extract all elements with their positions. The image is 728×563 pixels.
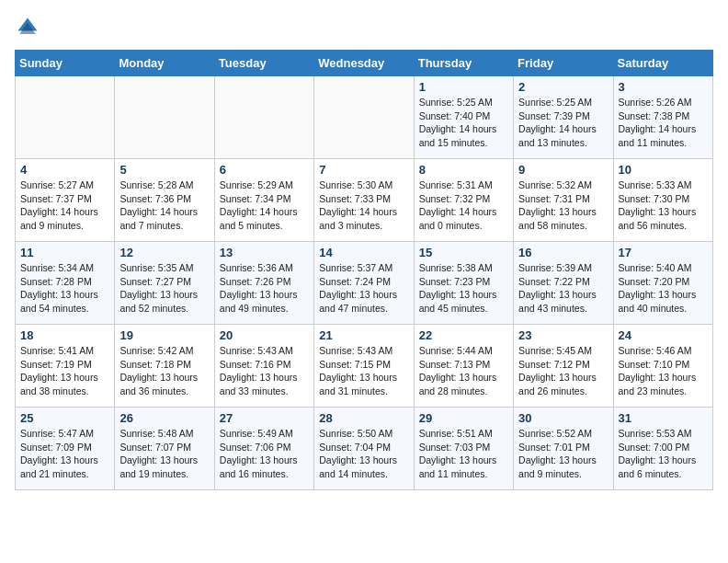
day-number: 12 bbox=[119, 246, 209, 259]
day-info: Sunrise: 5:43 AM Sunset: 7:16 PM Dayligh… bbox=[220, 344, 309, 398]
calendar-cell: 25Sunrise: 5:47 AM Sunset: 7:09 PM Dayli… bbox=[16, 408, 115, 490]
calendar-cell: 10Sunrise: 5:33 AM Sunset: 7:30 PM Dayli… bbox=[613, 159, 712, 242]
day-number: 29 bbox=[419, 411, 508, 425]
day-info: Sunrise: 5:44 AM Sunset: 7:13 PM Dayligh… bbox=[419, 344, 508, 398]
logo bbox=[15, 15, 44, 40]
calendar-cell: 16Sunrise: 5:39 AM Sunset: 7:22 PM Dayli… bbox=[514, 242, 613, 325]
calendar-cell: 3Sunrise: 5:26 AM Sunset: 7:38 PM Daylig… bbox=[613, 76, 712, 159]
calendar-cell: 5Sunrise: 5:28 AM Sunset: 7:36 PM Daylig… bbox=[115, 159, 214, 242]
calendar-cell: 4Sunrise: 5:27 AM Sunset: 7:37 PM Daylig… bbox=[16, 159, 115, 242]
calendar-cell bbox=[314, 76, 414, 159]
calendar-cell: 30Sunrise: 5:52 AM Sunset: 7:01 PM Dayli… bbox=[514, 408, 613, 490]
day-number: 2 bbox=[518, 80, 608, 94]
day-number: 3 bbox=[619, 80, 708, 94]
day-number: 4 bbox=[20, 163, 109, 177]
day-info: Sunrise: 5:26 AM Sunset: 7:38 PM Dayligh… bbox=[619, 96, 708, 150]
day-number: 8 bbox=[419, 163, 508, 177]
day-info: Sunrise: 5:29 AM Sunset: 7:34 PM Dayligh… bbox=[220, 178, 309, 233]
calendar-cell: 23Sunrise: 5:45 AM Sunset: 7:12 PM Dayli… bbox=[514, 325, 613, 408]
day-number: 15 bbox=[419, 246, 508, 259]
calendar-cell: 2Sunrise: 5:25 AM Sunset: 7:39 PM Daylig… bbox=[514, 76, 613, 159]
day-number: 20 bbox=[220, 328, 309, 342]
day-number: 31 bbox=[619, 411, 708, 425]
day-info: Sunrise: 5:36 AM Sunset: 7:26 PM Dayligh… bbox=[220, 261, 309, 316]
calendar-cell: 31Sunrise: 5:53 AM Sunset: 7:00 PM Dayli… bbox=[613, 408, 712, 490]
day-info: Sunrise: 5:34 AM Sunset: 7:28 PM Dayligh… bbox=[20, 261, 109, 316]
day-number: 17 bbox=[619, 246, 708, 259]
calendar-cell: 18Sunrise: 5:41 AM Sunset: 7:19 PM Dayli… bbox=[16, 325, 115, 408]
day-number: 16 bbox=[518, 246, 608, 259]
calendar-cell bbox=[115, 76, 214, 159]
calendar-cell: 22Sunrise: 5:44 AM Sunset: 7:13 PM Dayli… bbox=[414, 325, 513, 408]
calendar-week-row: 11Sunrise: 5:34 AM Sunset: 7:28 PM Dayli… bbox=[16, 242, 713, 325]
day-number: 18 bbox=[20, 328, 109, 342]
day-info: Sunrise: 5:45 AM Sunset: 7:12 PM Dayligh… bbox=[518, 344, 608, 398]
day-number: 5 bbox=[119, 163, 209, 177]
day-number: 30 bbox=[518, 411, 608, 425]
calendar-cell bbox=[16, 76, 115, 159]
day-info: Sunrise: 5:39 AM Sunset: 7:22 PM Dayligh… bbox=[518, 261, 608, 316]
calendar-body: 1Sunrise: 5:25 AM Sunset: 7:40 PM Daylig… bbox=[16, 76, 713, 490]
calendar-cell: 19Sunrise: 5:42 AM Sunset: 7:18 PM Dayli… bbox=[115, 325, 214, 408]
calendar-cell: 14Sunrise: 5:37 AM Sunset: 7:24 PM Dayli… bbox=[314, 242, 414, 325]
calendar-cell: 11Sunrise: 5:34 AM Sunset: 7:28 PM Dayli… bbox=[16, 242, 115, 325]
day-info: Sunrise: 5:27 AM Sunset: 7:37 PM Dayligh… bbox=[20, 178, 109, 233]
day-info: Sunrise: 5:28 AM Sunset: 7:36 PM Dayligh… bbox=[119, 178, 209, 233]
day-number: 9 bbox=[518, 163, 608, 177]
calendar-cell: 7Sunrise: 5:30 AM Sunset: 7:33 PM Daylig… bbox=[314, 159, 414, 242]
calendar-cell: 8Sunrise: 5:31 AM Sunset: 7:32 PM Daylig… bbox=[414, 159, 513, 242]
day-number: 1 bbox=[419, 80, 508, 94]
day-number: 28 bbox=[319, 411, 408, 425]
day-of-week-header: Wednesday bbox=[314, 51, 414, 76]
day-info: Sunrise: 5:33 AM Sunset: 7:30 PM Dayligh… bbox=[619, 178, 708, 233]
calendar-cell: 26Sunrise: 5:48 AM Sunset: 7:07 PM Dayli… bbox=[115, 408, 214, 490]
logo-icon bbox=[15, 15, 40, 40]
day-info: Sunrise: 5:48 AM Sunset: 7:07 PM Dayligh… bbox=[119, 427, 209, 481]
calendar-cell: 15Sunrise: 5:38 AM Sunset: 7:23 PM Dayli… bbox=[414, 242, 513, 325]
day-number: 26 bbox=[119, 411, 209, 425]
calendar-cell bbox=[214, 76, 313, 159]
calendar-cell: 9Sunrise: 5:32 AM Sunset: 7:31 PM Daylig… bbox=[514, 159, 613, 242]
day-of-week-header: Monday bbox=[115, 51, 214, 76]
calendar-cell: 20Sunrise: 5:43 AM Sunset: 7:16 PM Dayli… bbox=[214, 325, 313, 408]
calendar-week-row: 25Sunrise: 5:47 AM Sunset: 7:09 PM Dayli… bbox=[16, 408, 713, 490]
day-info: Sunrise: 5:38 AM Sunset: 7:23 PM Dayligh… bbox=[419, 261, 508, 316]
calendar-cell: 13Sunrise: 5:36 AM Sunset: 7:26 PM Dayli… bbox=[214, 242, 313, 325]
day-of-week-header: Sunday bbox=[16, 51, 115, 76]
day-info: Sunrise: 5:51 AM Sunset: 7:03 PM Dayligh… bbox=[419, 427, 508, 481]
day-number: 27 bbox=[220, 411, 309, 425]
day-number: 6 bbox=[220, 163, 309, 177]
calendar-cell: 12Sunrise: 5:35 AM Sunset: 7:27 PM Dayli… bbox=[115, 242, 214, 325]
day-of-week-header: Thursday bbox=[414, 51, 513, 76]
calendar-week-row: 18Sunrise: 5:41 AM Sunset: 7:19 PM Dayli… bbox=[16, 325, 713, 408]
calendar-week-row: 4Sunrise: 5:27 AM Sunset: 7:37 PM Daylig… bbox=[16, 159, 713, 242]
day-number: 24 bbox=[619, 328, 708, 342]
day-info: Sunrise: 5:35 AM Sunset: 7:27 PM Dayligh… bbox=[119, 261, 209, 316]
day-info: Sunrise: 5:30 AM Sunset: 7:33 PM Dayligh… bbox=[319, 178, 408, 233]
day-info: Sunrise: 5:25 AM Sunset: 7:39 PM Dayligh… bbox=[518, 96, 608, 150]
day-number: 21 bbox=[319, 328, 408, 342]
day-info: Sunrise: 5:50 AM Sunset: 7:04 PM Dayligh… bbox=[319, 427, 408, 481]
day-info: Sunrise: 5:37 AM Sunset: 7:24 PM Dayligh… bbox=[319, 261, 408, 316]
calendar-cell: 21Sunrise: 5:43 AM Sunset: 7:15 PM Dayli… bbox=[314, 325, 414, 408]
day-info: Sunrise: 5:40 AM Sunset: 7:20 PM Dayligh… bbox=[619, 261, 708, 316]
day-number: 25 bbox=[20, 411, 109, 425]
day-number: 10 bbox=[619, 163, 708, 177]
day-info: Sunrise: 5:43 AM Sunset: 7:15 PM Dayligh… bbox=[319, 344, 408, 398]
calendar-cell: 6Sunrise: 5:29 AM Sunset: 7:34 PM Daylig… bbox=[214, 159, 313, 242]
calendar-cell: 29Sunrise: 5:51 AM Sunset: 7:03 PM Dayli… bbox=[414, 408, 513, 490]
day-of-week-header: Tuesday bbox=[214, 51, 313, 76]
day-info: Sunrise: 5:25 AM Sunset: 7:40 PM Dayligh… bbox=[419, 96, 508, 150]
calendar-week-row: 1Sunrise: 5:25 AM Sunset: 7:40 PM Daylig… bbox=[16, 76, 713, 159]
calendar-cell: 17Sunrise: 5:40 AM Sunset: 7:20 PM Dayli… bbox=[613, 242, 712, 325]
day-info: Sunrise: 5:46 AM Sunset: 7:10 PM Dayligh… bbox=[619, 344, 708, 398]
calendar-cell: 1Sunrise: 5:25 AM Sunset: 7:40 PM Daylig… bbox=[414, 76, 513, 159]
calendar-cell: 24Sunrise: 5:46 AM Sunset: 7:10 PM Dayli… bbox=[613, 325, 712, 408]
calendar-cell: 27Sunrise: 5:49 AM Sunset: 7:06 PM Dayli… bbox=[214, 408, 313, 490]
day-number: 11 bbox=[20, 246, 109, 259]
day-info: Sunrise: 5:49 AM Sunset: 7:06 PM Dayligh… bbox=[220, 427, 309, 481]
day-info: Sunrise: 5:31 AM Sunset: 7:32 PM Dayligh… bbox=[419, 178, 508, 233]
day-info: Sunrise: 5:53 AM Sunset: 7:00 PM Dayligh… bbox=[619, 427, 708, 481]
page-header bbox=[15, 15, 713, 40]
day-number: 23 bbox=[518, 328, 608, 342]
